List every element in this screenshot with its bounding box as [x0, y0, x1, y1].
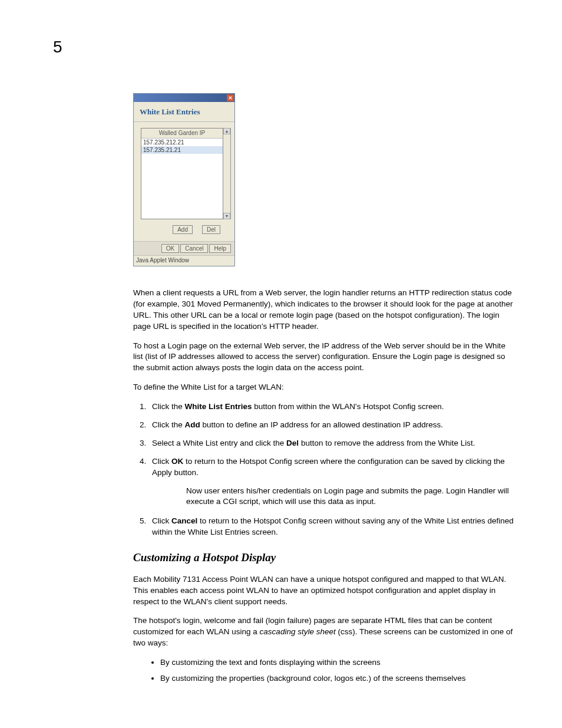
list-item: Click OK to return to the Hotspot Config… [148, 456, 515, 508]
list-item: Click the Add button to define an IP add… [148, 420, 515, 431]
cancel-button[interactable]: Cancel [180, 244, 208, 253]
text: button to remove the address from the Wh… [299, 439, 475, 447]
text: button to define an IP address for an al… [200, 420, 443, 429]
dialog-title: White List Entries [140, 107, 200, 116]
column-header: Walled Garden IP [141, 129, 223, 139]
text: button from within the WLAN's Hotspot Co… [252, 402, 444, 411]
white-list-dialog: White List Entries Walled Garden IP 157.… [133, 93, 235, 266]
text: to return to the Hotspot Config screen w… [152, 457, 505, 477]
scroll-up-icon[interactable]: ▲ [223, 128, 230, 134]
text: Click the [152, 420, 185, 429]
list-item: Select a White List entry and click the … [148, 438, 515, 449]
section-heading: Customizing a Hotspot Display [133, 550, 515, 566]
del-button[interactable]: Del [202, 225, 220, 234]
table-row[interactable]: 157.235.21.21 [141, 146, 223, 154]
text: Select a White List entry and click the [152, 439, 286, 447]
italic-text: cascading style sheet [260, 627, 336, 636]
sub-paragraph: Now user enters his/her credentials on L… [186, 486, 515, 508]
bold-text: Add [185, 420, 200, 429]
bold-text: Del [286, 439, 299, 447]
dialog-header: White List Entries [134, 102, 234, 122]
bold-text: OK [171, 457, 183, 466]
scrollbar[interactable]: ▲ ▼ [223, 128, 231, 219]
list-item: Click the White List Entries button from… [148, 401, 515, 413]
bold-text: White List Entries [185, 402, 252, 411]
scroll-down-icon[interactable]: ▼ [223, 213, 230, 219]
paragraph: Each Mobility 7131 Access Point WLAN can… [133, 574, 515, 608]
paragraph: The hotspot's login, welcome and fail (l… [133, 615, 515, 649]
status-bar: Java Applet Window [134, 255, 234, 266]
ip-table[interactable]: Walled Garden IP 157.235.212.21 157.235.… [141, 128, 223, 219]
dialog-body: Walled Garden IP 157.235.212.21 157.235.… [134, 122, 234, 241]
list-item: By customizing the text and fonts displa… [160, 657, 515, 668]
paragraph: To host a Login page on the external Web… [133, 341, 515, 374]
text: Click [152, 516, 171, 525]
table-row[interactable]: 157.235.212.21 [141, 139, 223, 146]
bullet-list: By customizing the text and fonts displa… [133, 657, 515, 684]
paragraph: When a client requests a URL from a Web … [133, 288, 515, 332]
close-icon[interactable] [227, 94, 234, 101]
paragraph: To define the White List for a target WL… [133, 382, 515, 393]
steps-list: Click the White List Entries button from… [133, 401, 515, 538]
list-item: Click Cancel to return to the Hotspot Co… [148, 516, 515, 538]
add-button[interactable]: Add [173, 225, 193, 234]
bold-text: Cancel [171, 516, 197, 525]
page-number: 5 [53, 35, 62, 58]
text: Click [152, 457, 171, 466]
ok-button[interactable]: OK [161, 244, 179, 253]
dialog-titlebar [134, 94, 234, 102]
text: to return to the Hotspot Config screen w… [152, 516, 514, 536]
list-item: By customizing the properties (backgroun… [160, 673, 515, 684]
help-button[interactable]: Help [209, 244, 231, 253]
text: Click the [152, 402, 185, 411]
page-content: When a client requests a URL from a Web … [133, 288, 515, 689]
